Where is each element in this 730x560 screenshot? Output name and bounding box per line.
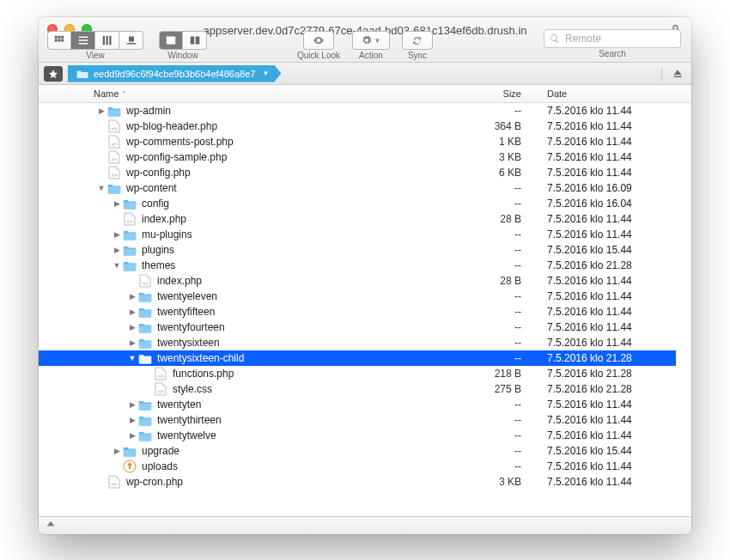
php-icon: </> [107, 119, 121, 133]
file-size: -- [461, 337, 547, 349]
table-row[interactable]: ▶twentyfifteen--7.5.2016 klo 11.44 [39, 304, 676, 320]
file-name: wp-cron.php [126, 476, 461, 488]
list-view-icon [78, 35, 88, 46]
folder-icon [107, 104, 121, 118]
file-date: 7.5.2016 klo 11.44 [547, 290, 676, 302]
table-row[interactable]: ▶twentyfourteen--7.5.2016 klo 11.44 [39, 320, 676, 335]
file-icon: </> [124, 212, 136, 226]
file-date: 7.5.2016 klo 21.28 [547, 259, 676, 271]
view-list-button[interactable] [71, 31, 95, 50]
table-row[interactable]: ▶twentytwelve--7.5.2016 klo 11.44 [39, 428, 676, 443]
file-date: 7.5.2016 klo 11.44 [547, 460, 676, 472]
file-icon: </> [139, 274, 151, 288]
file-size: -- [461, 306, 547, 318]
dual-pane-icon [190, 35, 200, 46]
disclosure-triangle[interactable]: ▶ [128, 431, 137, 440]
disclosure-triangle[interactable]: ▶ [97, 107, 106, 115]
table-row[interactable]: </>wp-config.php6 KB7.5.2016 klo 11.44 [39, 165, 676, 180]
table-row[interactable]: ▶config--7.5.2016 klo 16.04 [39, 196, 676, 211]
action-button[interactable]: ▼ [352, 31, 390, 50]
view-mode-label: View [86, 52, 105, 62]
disclosure-triangle[interactable]: ▶ [113, 447, 121, 455]
file-size: -- [461, 182, 547, 194]
php-icon: </> [138, 274, 152, 288]
disclosure-triangle[interactable]: ▶ [113, 246, 121, 254]
table-row[interactable]: ▶twentyeleven--7.5.2016 klo 11.44 [39, 289, 676, 304]
column-header-date[interactable]: Date [547, 88, 676, 99]
quicklook-label: Quick Look [297, 52, 340, 62]
svg-rect-11 [109, 36, 111, 46]
quicklook-button[interactable] [303, 31, 334, 50]
file-name: uploads [142, 460, 461, 472]
disclosure-triangle[interactable]: ▶ [128, 323, 137, 332]
file-size: -- [461, 352, 547, 364]
table-row[interactable]: </>wp-config-sample.php3 KB7.5.2016 klo … [39, 149, 676, 165]
table-row[interactable]: ▶twentythirteen--7.5.2016 klo 11.44 [39, 412, 676, 428]
window-single-button[interactable] [159, 31, 183, 50]
view-coverflow-button[interactable] [119, 31, 143, 50]
table-row[interactable]: </>index.php28 B7.5.2016 klo 11.44 [39, 273, 676, 289]
column-header-size[interactable]: Size [461, 88, 547, 99]
svg-rect-13 [126, 43, 136, 45]
column-headers: Name˄ Size Date [39, 85, 691, 103]
file-date: 7.5.2016 klo 21.28 [547, 383, 676, 395]
disclosure-triangle[interactable]: ▶ [128, 400, 137, 409]
disclosure-triangle[interactable]: ▼ [128, 354, 137, 362]
folder-icon [138, 337, 152, 349]
disclosure-triangle[interactable]: ▶ [128, 338, 137, 347]
go-up-button[interactable] [46, 518, 56, 533]
view-column-button[interactable] [95, 31, 119, 50]
disclosure-triangle[interactable]: ▼ [97, 184, 106, 192]
table-row[interactable]: ▶mu-plugins--7.5.2016 klo 11.44 [39, 227, 676, 242]
file-name: wp-comments-post.php [126, 136, 461, 148]
disclosure-triangle[interactable]: ▶ [128, 416, 137, 424]
folder-icon [123, 444, 137, 458]
folder-icon [138, 336, 152, 350]
window-dual-button[interactable] [183, 31, 207, 50]
table-row[interactable]: uploads--7.5.2016 klo 11.44 [39, 459, 676, 474]
file-name: wp-content [126, 182, 461, 194]
file-size: -- [461, 414, 547, 426]
eject-button[interactable] [661, 67, 686, 81]
table-row[interactable]: ▶twentysixteen--7.5.2016 klo 11.44 [39, 335, 676, 350]
sync-group: Sync [402, 31, 433, 62]
disclosure-triangle[interactable]: ▶ [128, 292, 137, 301]
breadcrumb-segment[interactable]: eedd9d96c6f94cbe9b3b6b4ef486a8e7 ▼ [68, 65, 281, 82]
table-row[interactable]: ▶twentyten--7.5.2016 klo 11.44 [39, 397, 676, 412]
disclosure-triangle[interactable]: ▼ [113, 261, 121, 270]
table-row[interactable]: </>wp-comments-post.php1 KB7.5.2016 klo … [39, 134, 676, 149]
file-date: 7.5.2016 klo 15.44 [547, 445, 676, 457]
file-icon: </> [155, 382, 167, 396]
table-row[interactable]: ▼themes--7.5.2016 klo 21.28 [39, 258, 676, 273]
favorites-button[interactable] [44, 66, 63, 82]
table-row[interactable]: ▶wp-admin--7.5.2016 klo 11.44 [39, 103, 676, 119]
table-row[interactable]: </>wp-blog-header.php364 B7.5.2016 klo 1… [39, 119, 676, 134]
file-name: twentyfifteen [157, 306, 461, 318]
sync-button[interactable] [402, 31, 433, 50]
file-size: -- [461, 290, 547, 302]
table-row[interactable]: ▼twentysixteen-child--7.5.2016 klo 21.28 [39, 350, 676, 366]
column-header-name[interactable]: Name˄ [94, 88, 461, 99]
disclosure-triangle[interactable]: ▶ [128, 307, 137, 316]
titlebar: appserver.dev.0d7c2779-67ce-4aad-bd03-68… [39, 17, 691, 63]
table-row[interactable]: ▶upgrade--7.5.2016 klo 15.44 [39, 443, 676, 459]
svg-text:</>: </> [111, 482, 117, 487]
disclosure-triangle[interactable]: ▶ [113, 199, 121, 208]
view-icon-button[interactable] [47, 31, 71, 50]
uploads-icon [123, 460, 137, 473]
table-row[interactable]: </>wp-cron.php3 KB7.5.2016 klo 11.44 [39, 474, 676, 490]
table-row[interactable]: </>functions.php218 B7.5.2016 klo 21.28 [39, 366, 676, 381]
table-row[interactable]: ▶plugins--7.5.2016 klo 15.44 [39, 242, 676, 258]
file-size: 275 B [461, 383, 547, 395]
disclosure-triangle[interactable]: ▶ [113, 230, 121, 239]
table-row[interactable]: </>index.php28 B7.5.2016 klo 11.44 [39, 211, 676, 227]
search-placeholder: Remote [565, 33, 601, 45]
folder-icon [138, 399, 152, 411]
quicklook-group: Quick Look [297, 31, 340, 62]
file-name: index.php [157, 275, 461, 287]
folder-icon [107, 182, 121, 194]
table-row[interactable]: </>style.css275 B7.5.2016 klo 21.28 [39, 381, 676, 397]
file-date: 7.5.2016 klo 21.28 [547, 368, 676, 380]
search-input[interactable]: Remote [544, 29, 681, 48]
table-row[interactable]: ▼wp-content--7.5.2016 klo 16.09 [39, 180, 676, 196]
